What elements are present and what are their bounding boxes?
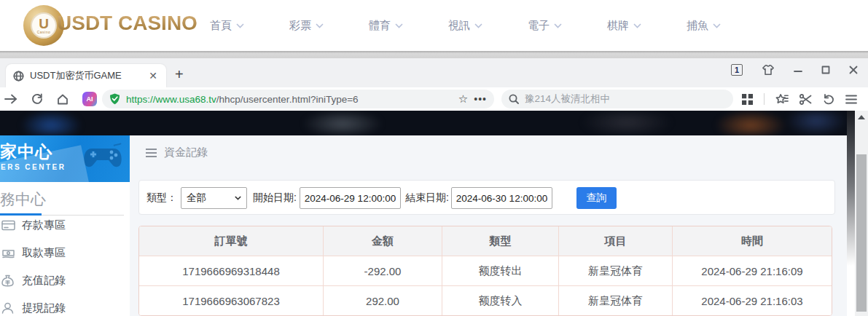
globe-icon: [13, 71, 24, 82]
sidebar-item-label: 提現記錄: [22, 301, 66, 315]
new-tab-button[interactable]: +: [175, 67, 184, 82]
page-title: 資金記錄: [164, 146, 208, 159]
bookmark-star-icon[interactable]: ☆: [458, 92, 468, 106]
theme-shirt-icon[interactable]: [762, 64, 775, 76]
more-actions-icon[interactable]: •••: [474, 93, 487, 105]
casino-site-header: U Casino USDT CASINO 首頁 彩票 體育 視訊 電子 棋牌: [0, 0, 868, 51]
table-header-row: 訂單號 金額 類型 項目 時間: [139, 226, 832, 256]
nav-item-video[interactable]: 視訊: [448, 19, 482, 33]
browser-extension-icons: [742, 87, 857, 111]
deposit-icon: [1, 220, 15, 231]
casino-main-nav: 首頁 彩票 體育 視訊 電子 棋牌 捕魚: [210, 0, 721, 51]
cell-item: 新皇冠体育: [558, 256, 672, 285]
browser-search-box[interactable]: 豫214人被清北相中: [501, 90, 733, 108]
cell-type: 额度转出: [442, 256, 558, 285]
nav-item-cards[interactable]: 棋牌: [607, 19, 641, 33]
cell-order-number: 1719666963067823: [139, 286, 323, 315]
tab-count-badge[interactable]: 1: [731, 64, 743, 76]
casino-logo-wordmark[interactable]: USDT CASINO: [57, 12, 198, 35]
sidebar: 家中心 ERS CENTER 務中心 存款專區 取款專區 充值記錄 提現記錄: [0, 135, 130, 316]
window-top-edge: [0, 51, 868, 58]
browser-tab-active[interactable]: USDT加密货币GAME ✕: [6, 64, 166, 87]
nav-item-home[interactable]: 首頁: [210, 19, 244, 33]
nav-label: 體育: [369, 19, 391, 33]
tab-close-icon[interactable]: ✕: [147, 70, 159, 82]
nav-item-fishing[interactable]: 捕魚: [687, 19, 721, 33]
close-window-icon[interactable]: [849, 66, 858, 74]
nav-label: 首頁: [210, 19, 232, 33]
browser-nav-icons: AI: [4, 87, 97, 111]
search-icon: [509, 94, 519, 104]
search-placeholder: 豫214人被清北相中: [525, 92, 610, 106]
screenshot-scissors-icon[interactable]: [799, 94, 812, 105]
start-date-label: 開始日期:: [253, 181, 297, 216]
apps-grid-icon[interactable]: [742, 94, 753, 105]
gamepad-icon: [82, 143, 124, 173]
type-select[interactable]: 全部: [181, 187, 247, 209]
site-banner-strip: [0, 111, 847, 135]
url-secure-part: https://www.usa68.tv: [126, 94, 216, 105]
browser-tab-bar: USDT加密货币GAME ✕ + 1: [0, 58, 868, 87]
logo-small-text: Casino: [37, 30, 51, 34]
cell-order-number: 1719666969318448: [139, 256, 323, 285]
collapse-menu-icon[interactable]: [146, 149, 157, 157]
cashout-icon: [1, 302, 14, 314]
chevron-down-icon: [316, 23, 324, 28]
player-center-banner: 家中心 ERS CENTER: [0, 135, 130, 182]
col-header-type: 類型: [442, 226, 558, 256]
casino-logo-inner: U Casino: [31, 12, 57, 39]
nav-item-lottery[interactable]: 彩票: [289, 19, 324, 33]
query-button[interactable]: 查詢: [576, 187, 617, 209]
type-select-value: 全部: [187, 191, 206, 205]
minimize-icon[interactable]: [794, 66, 802, 74]
address-bar[interactable]: https://www.usa68.tv/hhcp/usercenter.htm…: [102, 90, 494, 108]
col-header-order: 訂單號: [139, 226, 323, 256]
chevron-down-icon: [554, 23, 562, 28]
player-center-title: 家中心: [0, 141, 52, 163]
home-icon[interactable]: [57, 94, 69, 105]
chevron-down-icon: [395, 23, 403, 28]
reload-icon[interactable]: [31, 93, 43, 105]
cell-time: 2024-06-29 21:16:03: [672, 286, 832, 315]
player-center-subtitle: ERS CENTER: [1, 163, 66, 171]
col-header-item: 項目: [558, 226, 672, 256]
recharge-icon: [1, 274, 14, 287]
cell-type: 额度转入: [442, 286, 558, 315]
type-filter-label: 類型：: [146, 181, 177, 216]
nav-label: 捕魚: [687, 19, 708, 33]
chevron-down-icon: [236, 23, 244, 28]
forward-icon[interactable]: [4, 94, 17, 104]
chevron-down-icon: [235, 196, 241, 200]
chevron-down-icon: [713, 23, 721, 28]
col-header-time: 時間: [672, 226, 832, 256]
end-date-input[interactable]: 2024-06-30 12:00:00: [451, 187, 552, 209]
toolbar-separator: [764, 93, 765, 105]
filter-card: 類型： 全部 開始日期: 2024-06-29 12:00:00 結束日期: 2…: [138, 180, 835, 215]
start-date-input[interactable]: 2024-06-29 12:00:00: [300, 187, 401, 209]
maximize-icon[interactable]: [821, 66, 830, 74]
sidebar-item-deposit[interactable]: 存款專區: [0, 215, 130, 235]
nav-label: 棋牌: [607, 19, 629, 33]
cell-item: 新皇冠体育: [558, 286, 672, 315]
menu-icon[interactable]: [845, 95, 857, 104]
undo-icon[interactable]: [823, 94, 834, 105]
funds-table: 訂單號 金額 類型 項目 時間 1719666969318448 -292.00…: [138, 226, 832, 316]
sidebar-item-withdraw[interactable]: 取款專區: [0, 242, 130, 263]
logo-initial: U: [39, 17, 49, 30]
col-header-amount: 金額: [323, 226, 442, 256]
nav-item-sports[interactable]: 體育: [369, 19, 403, 33]
security-shield-icon: [109, 93, 120, 105]
nav-item-slots[interactable]: 電子: [528, 19, 562, 33]
sidebar-item-label: 存款專區: [22, 218, 66, 232]
page-header: 資金記錄: [146, 146, 208, 159]
url-path-part: /hhcp/usercenter.html?iniType=6: [216, 94, 359, 105]
ai-assistant-icon[interactable]: AI: [82, 92, 97, 106]
scrollbar-thumb[interactable]: [856, 154, 867, 312]
cell-amount: 292.00: [323, 286, 442, 315]
scrollbar-up-icon[interactable]: [858, 115, 865, 119]
sidebar-item-cashout[interactable]: 提現記錄: [0, 298, 130, 316]
sidebar-item-recharge[interactable]: 充值記錄: [0, 270, 130, 291]
favorites-star-icon[interactable]: [775, 93, 789, 105]
window-controls: 1: [731, 64, 858, 76]
banner-fade-column: [847, 111, 855, 300]
